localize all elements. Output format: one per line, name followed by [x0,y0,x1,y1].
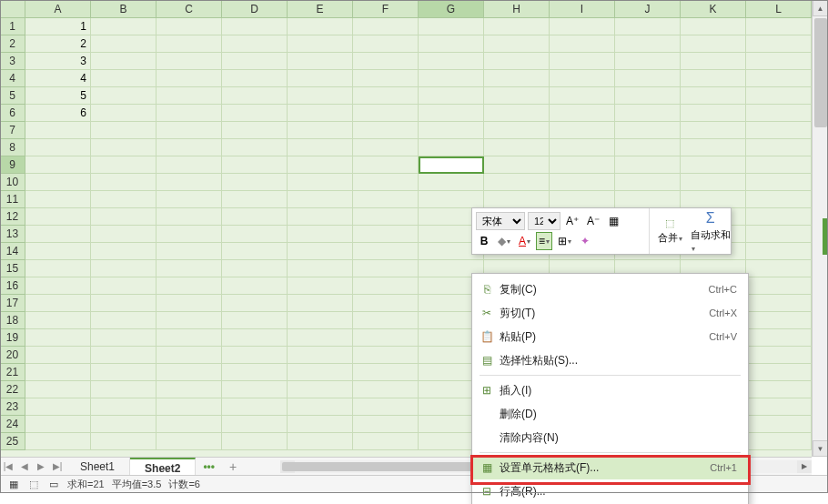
col-header-G[interactable]: G [419,0,484,18]
ctx-cut[interactable]: ✂ 剪切(T) Ctrl+X [472,301,748,325]
cell-I6[interactable] [550,105,615,122]
cell-B9[interactable] [91,156,157,174]
row-header-19[interactable]: 19 [0,329,25,347]
cell-I5[interactable] [550,87,615,105]
cell-F24[interactable] [353,416,419,433]
cell-F20[interactable] [353,347,419,364]
cell-D12[interactable] [222,208,288,226]
select-all-corner[interactable] [0,0,25,18]
cell-D15[interactable] [222,260,288,277]
cell-E17[interactable] [288,295,353,312]
cell-F17[interactable] [353,295,419,312]
cell-E13[interactable] [288,226,353,243]
cell-K9[interactable] [681,156,746,174]
cell-C16[interactable] [157,277,222,295]
cell-F13[interactable] [353,226,419,243]
cell-L15[interactable] [746,260,812,277]
cell-G9[interactable] [419,156,484,174]
cell-I7[interactable] [550,122,615,139]
cell-G3[interactable] [419,53,484,70]
cell-K11[interactable] [681,191,746,208]
hscroll-right[interactable]: ▶ [797,460,812,473]
autosum-button[interactable]: Σ 自动求和▾ [691,208,732,254]
row-header-6[interactable]: 6 [0,105,25,122]
cell-A22[interactable] [25,381,91,398]
cell-F4[interactable] [353,70,419,87]
row-header-24[interactable]: 24 [0,416,25,433]
cell-A12[interactable] [25,208,91,226]
cell-D14[interactable] [222,243,288,260]
cell-E7[interactable] [288,122,353,139]
cell-D7[interactable] [222,122,288,139]
cell-C23[interactable] [157,398,222,416]
bold-button[interactable]: B [476,232,492,250]
cell-F21[interactable] [353,364,419,381]
col-header-I[interactable]: I [550,0,615,18]
cell-K7[interactable] [681,122,746,139]
col-header-D[interactable]: D [222,0,288,18]
cell-L8[interactable] [746,139,812,156]
col-header-C[interactable]: C [157,0,222,18]
cell-J11[interactable] [615,191,681,208]
cell-D22[interactable] [222,381,288,398]
row-header-13[interactable]: 13 [0,226,25,243]
cell-E8[interactable] [288,139,353,156]
cell-I10[interactable] [550,174,615,191]
cell-K8[interactable] [681,139,746,156]
cell-J3[interactable] [615,53,681,70]
cell-F6[interactable] [353,105,419,122]
row-header-12[interactable]: 12 [0,208,25,226]
row-header-15[interactable]: 15 [0,260,25,277]
font-size-select[interactable]: 12 [528,212,560,230]
cell-J6[interactable] [615,105,681,122]
cell-L23[interactable] [746,398,812,416]
cell-A2[interactable]: 2 [25,35,91,53]
cell-A3[interactable]: 3 [25,53,91,70]
cell-J4[interactable] [615,70,681,87]
cell-C2[interactable] [157,35,222,53]
font-color-button[interactable]: A▾ [516,232,533,250]
cell-E20[interactable] [288,347,353,364]
cell-F1[interactable] [353,18,419,35]
ctx-paste[interactable]: 📋 粘贴(P) Ctrl+V [472,325,748,348]
cell-I4[interactable] [550,70,615,87]
row-header-17[interactable]: 17 [0,295,25,312]
row-header-10[interactable]: 10 [0,174,25,191]
cell-C15[interactable] [157,260,222,277]
cell-B22[interactable] [91,381,157,398]
cell-A9[interactable] [25,156,91,174]
cell-J1[interactable] [615,18,681,35]
cell-E19[interactable] [288,329,353,347]
cell-L18[interactable] [746,312,812,329]
cell-G6[interactable] [419,105,484,122]
cell-C12[interactable] [157,208,222,226]
cell-C9[interactable] [157,156,222,174]
cell-B18[interactable] [91,312,157,329]
cell-K2[interactable] [681,35,746,53]
cell-D5[interactable] [222,87,288,105]
row-header-5[interactable]: 5 [0,87,25,105]
ctx-paste-special[interactable]: ▤ 选择性粘贴(S)... [472,348,748,372]
cell-E14[interactable] [288,243,353,260]
cell-D2[interactable] [222,35,288,53]
row-header-9[interactable]: 9 [0,156,25,174]
cell-I9[interactable] [550,156,615,174]
cell-C17[interactable] [157,295,222,312]
cell-D3[interactable] [222,53,288,70]
cell-C5[interactable] [157,87,222,105]
cell-F19[interactable] [353,329,419,347]
row-header-23[interactable]: 23 [0,398,25,416]
cell-D1[interactable] [222,18,288,35]
col-header-H[interactable]: H [484,0,550,18]
cell-F3[interactable] [353,53,419,70]
scroll-up-button[interactable]: ▲ [813,0,828,16]
row-header-22[interactable]: 22 [0,381,25,398]
cell-D20[interactable] [222,347,288,364]
cell-C4[interactable] [157,70,222,87]
fill-color-button[interactable]: ◆▾ [495,232,513,250]
ctx-row-height[interactable]: ⊟ 行高(R)... [472,479,748,503]
cell-A14[interactable] [25,243,91,260]
cell-D11[interactable] [222,191,288,208]
cell-L5[interactable] [746,87,812,105]
cell-E11[interactable] [288,191,353,208]
